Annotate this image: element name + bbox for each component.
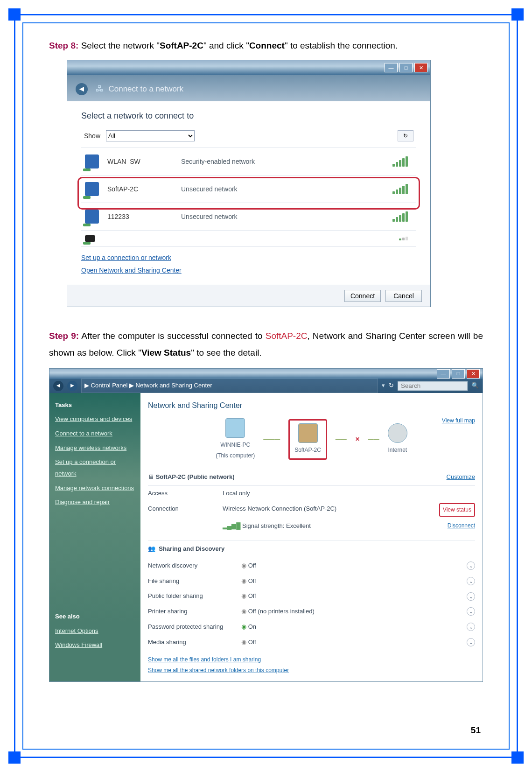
network-name: WLAN_SW (107, 155, 173, 168)
search-input[interactable] (398, 381, 468, 391)
forward-icon[interactable]: ► (67, 381, 77, 391)
text: Select the network " (78, 41, 160, 50)
sidebar-task[interactable]: Connect to a network (55, 428, 135, 440)
network-item[interactable]: WLAN_SW Security-enabled network (81, 148, 416, 175)
map-node-label: WINNIE-PC (216, 440, 255, 450)
map-node-ap: SoftAP-2C (288, 419, 327, 460)
bold: Connect (249, 41, 285, 50)
sidebar-task[interactable]: Manage wireless networks (55, 442, 135, 454)
step9-paragraph: Step 9: After the computer is successful… (49, 328, 483, 361)
softap-red: SoftAP-2C (266, 331, 308, 341)
close-button[interactable]: ✕ (467, 369, 480, 379)
page-number: 51 (471, 725, 481, 736)
sidebar-task[interactable]: View computers and devices (55, 414, 135, 425)
sd-value: Off (no printers installed) (248, 608, 315, 615)
customize-link[interactable]: Customize (447, 471, 475, 483)
select-network-prompt: Select a network to connect to (67, 101, 430, 126)
breadcrumb: ◄ ► ▶ Control Panel ▶ Network and Sharin… (49, 379, 483, 393)
network-icon (85, 154, 99, 168)
expand-icon[interactable]: ⌄ (467, 561, 475, 570)
network-section-header: 🖥 SoftAP-2C (Public network) Customize (148, 469, 475, 486)
map-node-sub: (This computer) (216, 450, 255, 461)
main-heading: Network and Sharing Center (148, 399, 475, 413)
back-icon[interactable]: ◄ (53, 381, 63, 391)
disconnect-link[interactable]: Disconnect (448, 520, 475, 532)
network-name: 112233 (107, 211, 173, 223)
minimize-button[interactable]: — (437, 369, 450, 379)
see-also-link[interactable]: Windows Firewall (55, 639, 135, 651)
search-icon[interactable]: 🔍 (471, 380, 479, 392)
window-body: Tasks View computers and devices Connect… (49, 393, 483, 681)
sd-value: Off (248, 639, 256, 646)
view-status-button[interactable]: View status (439, 503, 475, 517)
sd-name: File sharing (148, 575, 241, 587)
sd-name: Network discovery (148, 560, 241, 572)
tasks-sidebar: Tasks View computers and devices Connect… (49, 393, 140, 681)
sd-name: Media sharing (148, 637, 241, 648)
view-full-map-link[interactable]: View full map (442, 415, 475, 426)
expand-icon[interactable]: ⌄ (467, 607, 475, 616)
sidebar-task[interactable]: Manage network connections (55, 483, 135, 494)
connect-button[interactable]: Connect (344, 290, 381, 302)
signal-strength: Signal strength: Excellent (242, 522, 311, 529)
window-titlebar: — □ ✕ (67, 60, 430, 75)
expand-icon[interactable]: ⌄ (467, 577, 475, 585)
broken-icon: ✕ (355, 434, 360, 445)
text: " and click " (203, 41, 249, 50)
signal-icon (392, 156, 408, 167)
map-node-label: Internet (388, 445, 407, 456)
window-header: ◄ 🖧 Connect to a network (67, 75, 430, 101)
signal-icon: ▂▄▆█ (223, 522, 240, 529)
minimize-button[interactable]: — (385, 63, 398, 72)
sidebar-task[interactable]: Diagnose and repair (55, 497, 135, 508)
maximize-button[interactable]: □ (452, 369, 465, 379)
value-access: Local only (223, 488, 475, 499)
network-icon (85, 210, 99, 224)
signal-icon (392, 211, 408, 222)
expand-icon[interactable]: ⌄ (467, 638, 475, 646)
bench-icon (298, 423, 318, 443)
back-icon[interactable]: ◄ (76, 83, 88, 95)
breadcrumb-path[interactable]: ▶ Control Panel ▶ Network and Sharing Ce… (81, 379, 378, 393)
signal-icon (399, 237, 408, 240)
open-sharing-center-link[interactable]: Open Network and Sharing Center (81, 264, 416, 277)
network-map: View full map WINNIE-PC (This computer) … (148, 418, 475, 461)
sharing-discovery-heading: 👥 Sharing and Discovery (148, 540, 475, 558)
bold: View Status (141, 348, 191, 358)
show-filter-row: Show All ↻ (67, 126, 430, 148)
show-files-link[interactable]: Show me all the files and folders I am s… (148, 654, 475, 665)
step-label: Step 9: (49, 331, 79, 341)
step8-paragraph: Step 8: Select the network "SoftAP-2C" a… (49, 37, 483, 54)
globe-icon (388, 423, 407, 443)
see-also-link[interactable]: Internet Options (55, 625, 135, 637)
value-connection: Wireless Network Connection (SoftAP-2C) (223, 503, 439, 517)
sd-value: Off (248, 592, 256, 599)
expand-icon[interactable]: ⌄ (467, 623, 475, 631)
close-button[interactable]: ✕ (414, 63, 427, 72)
sidebar-task[interactable]: Set up a connection or network (55, 456, 135, 479)
setup-connection-link[interactable]: Set up a connection or network (81, 252, 416, 264)
sd-value: Off (248, 577, 256, 584)
map-connector: —— (368, 434, 379, 445)
cancel-button[interactable]: Cancel (385, 290, 422, 302)
network-icon: 🖧 (96, 84, 104, 93)
text: " to establish the connection. (285, 41, 398, 50)
show-dropdown[interactable]: All (106, 130, 195, 141)
tasks-heading: Tasks (55, 400, 135, 411)
show-folders-link[interactable]: Show me all the shared network folders o… (148, 665, 475, 676)
sd-name: Printer sharing (148, 606, 241, 618)
see-also-heading: See also (55, 611, 135, 623)
step-label: Step 8: (49, 41, 78, 50)
refresh-icon[interactable]: ↻ (389, 380, 394, 392)
map-node-label: SoftAP-2C (294, 445, 321, 456)
network-list: WLAN_SW Security-enabled network SoftAP-… (81, 147, 416, 247)
maximize-button[interactable]: □ (399, 63, 413, 72)
network-item[interactable] (81, 231, 416, 247)
sharing-center-main: Network and Sharing Center View full map… (140, 393, 483, 681)
network-icon (85, 235, 95, 242)
expand-icon[interactable]: ⌄ (467, 592, 475, 601)
sd-value: Off (248, 562, 256, 569)
network-security: Security-enabled network (181, 155, 384, 168)
refresh-button[interactable]: ↻ (398, 130, 413, 141)
map-node-internet: Internet (388, 423, 407, 456)
